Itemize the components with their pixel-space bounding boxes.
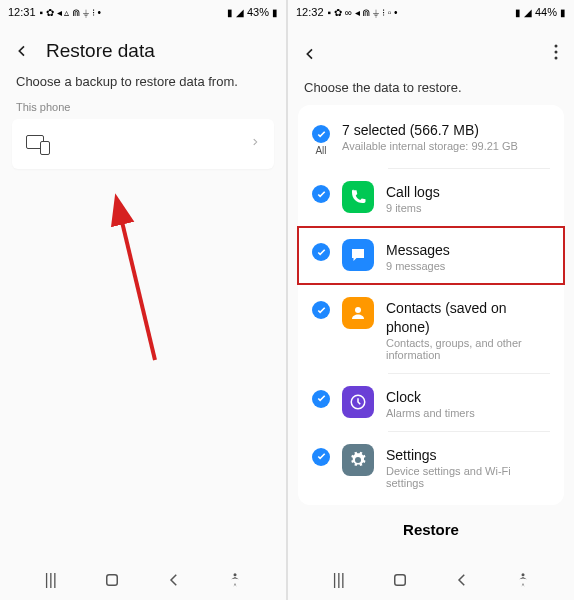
item-sub: Contacts, groups, and other information (386, 337, 550, 361)
svg-point-6 (555, 57, 558, 60)
battery-icon: ▮ (560, 7, 566, 18)
back-button[interactable] (12, 41, 32, 61)
battery-icon: ▮ (272, 7, 278, 18)
clock-icon (342, 386, 374, 418)
svg-point-13 (522, 573, 525, 576)
restore-item[interactable]: Messages 9 messages (298, 227, 564, 284)
status-bar: 12:31 ▪ ✿ ◂ ▵ ⋒ ⏚ ⁝ • ▮ ◢ 43% ▮ (0, 0, 286, 24)
nav-accessibility[interactable] (514, 571, 532, 589)
item-sub: Alarms and timers (386, 407, 550, 419)
nav-recents[interactable]: ||| (42, 571, 60, 589)
status-icons: ▪ ✿ ◂ ▵ ⋒ ⏚ ⁝ • (40, 7, 102, 18)
check-icon[interactable] (312, 301, 330, 319)
summary-sub: Available internal storage: 99.21 GB (342, 140, 550, 152)
svg-point-8 (357, 253, 359, 255)
phone-icon (342, 181, 374, 213)
header (288, 24, 574, 76)
summary-title: 7 selected (566.7 MB) (342, 121, 550, 139)
back-button[interactable] (300, 44, 320, 64)
section-label: This phone (0, 99, 286, 119)
check-icon[interactable] (312, 185, 330, 203)
check-all-icon[interactable] (312, 125, 330, 143)
phone-screen-left: 12:31 ▪ ✿ ◂ ▵ ⋒ ⏚ ⁝ • ▮ ◢ 43% ▮ Restore … (0, 0, 288, 600)
svg-rect-12 (395, 575, 406, 586)
page-subtitle: Choose a backup to restore data from. (0, 70, 286, 99)
nav-recents[interactable]: ||| (330, 571, 348, 589)
item-title: Contacts (saved on phone) (386, 299, 550, 335)
svg-point-3 (234, 573, 237, 576)
nav-home[interactable] (391, 571, 409, 589)
nav-back[interactable] (453, 571, 471, 589)
message-icon (342, 239, 374, 271)
item-title: Settings (386, 446, 550, 464)
item-sub: Device settings and Wi-Fi settings (386, 465, 550, 489)
restore-summary[interactable]: All 7 selected (566.7 MB) Available inte… (298, 109, 564, 168)
svg-point-5 (555, 51, 558, 54)
svg-point-9 (360, 253, 362, 255)
header: Restore data (0, 24, 286, 70)
check-icon[interactable] (312, 448, 330, 466)
item-sub: 9 messages (386, 260, 550, 272)
check-icon[interactable] (312, 390, 330, 408)
phone-screen-right: 12:32 ▪ ✿ ∞ ◂ ⋒ ⏚ ⁝ ▫ • ▮ ◢ 44% ▮ Choose… (288, 0, 574, 600)
more-button[interactable] (550, 40, 562, 68)
status-icons: ▪ ✿ ∞ ◂ ⋒ ⏚ ⁝ ▫ • (328, 7, 398, 18)
restore-list: All 7 selected (566.7 MB) Available inte… (298, 105, 564, 505)
restore-item[interactable]: Settings Device settings and Wi-Fi setti… (298, 432, 564, 501)
status-time: 12:31 (8, 6, 36, 18)
devices-icon (26, 135, 48, 153)
nav-bar: ||| (0, 560, 286, 600)
svg-rect-2 (107, 575, 118, 586)
svg-line-1 (118, 205, 155, 360)
item-title: Call logs (386, 183, 550, 201)
backup-item-this-phone[interactable] (12, 119, 274, 169)
item-title: Messages (386, 241, 550, 259)
status-battery: 43% (247, 6, 269, 18)
item-title: Clock (386, 388, 550, 406)
signal-icon: ▮ ◢ (227, 7, 244, 18)
signal-icon: ▮ ◢ (515, 7, 532, 18)
svg-point-7 (355, 253, 357, 255)
status-battery: 44% (535, 6, 557, 18)
restore-item[interactable]: Clock Alarms and timers (298, 374, 564, 431)
nav-bar: ||| (288, 560, 574, 600)
restore-item[interactable]: Call logs 9 items (298, 169, 564, 226)
restore-button[interactable]: Restore (288, 505, 574, 554)
page-title: Restore data (46, 40, 155, 62)
svg-point-10 (355, 307, 361, 313)
status-time: 12:32 (296, 6, 324, 18)
gear-icon (342, 444, 374, 476)
nav-accessibility[interactable] (226, 571, 244, 589)
chevron-right-icon (250, 135, 260, 153)
page-subtitle: Choose the data to restore. (288, 76, 574, 105)
nav-home[interactable] (103, 571, 121, 589)
contact-icon (342, 297, 374, 329)
svg-point-4 (555, 45, 558, 48)
nav-back[interactable] (165, 571, 183, 589)
item-sub: 9 items (386, 202, 550, 214)
annotation-arrow (100, 190, 180, 374)
check-icon[interactable] (312, 243, 330, 261)
status-bar: 12:32 ▪ ✿ ∞ ◂ ⋒ ⏚ ⁝ ▫ • ▮ ◢ 44% ▮ (288, 0, 574, 24)
restore-item[interactable]: Contacts (saved on phone) Contacts, grou… (298, 285, 564, 372)
check-all-label: All (315, 145, 326, 156)
